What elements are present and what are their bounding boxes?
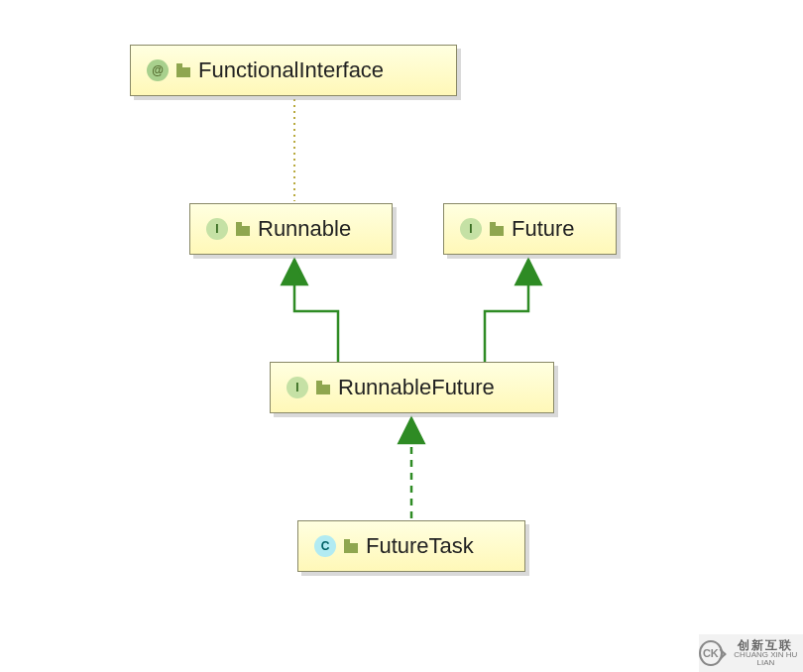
package-icon bbox=[490, 222, 504, 236]
svg-rect-7 bbox=[316, 381, 322, 385]
annotation-icon: @ bbox=[147, 59, 169, 81]
node-futuretask: C FutureTask bbox=[297, 520, 525, 572]
watermark-logo-text: CK bbox=[703, 647, 719, 659]
svg-rect-9 bbox=[344, 539, 350, 543]
node-label: FunctionalInterface bbox=[198, 57, 384, 83]
interface-icon: I bbox=[206, 218, 228, 240]
package-icon bbox=[316, 381, 330, 394]
watermark: CK 创新互联 CHUANG XIN HU LIAN bbox=[699, 634, 803, 672]
node-runnablefuture: I RunnableFuture bbox=[270, 362, 554, 413]
package-icon bbox=[236, 222, 250, 236]
package-icon bbox=[176, 63, 190, 77]
svg-rect-3 bbox=[236, 222, 242, 226]
package-icon bbox=[344, 539, 358, 553]
diagram-canvas: @ FunctionalInterface I Runnable I Futur… bbox=[0, 0, 803, 672]
node-label: FutureTask bbox=[366, 533, 474, 559]
class-icon: C bbox=[314, 535, 336, 557]
interface-icon: I bbox=[287, 377, 308, 398]
node-functionalinterface: @ FunctionalInterface bbox=[130, 45, 457, 96]
svg-rect-5 bbox=[490, 222, 496, 226]
svg-rect-6 bbox=[316, 385, 330, 394]
watermark-text: 创新互联 CHUANG XIN HU LIAN bbox=[729, 639, 803, 667]
svg-rect-1 bbox=[176, 63, 182, 67]
svg-rect-4 bbox=[490, 226, 504, 236]
svg-rect-8 bbox=[344, 543, 358, 553]
edge-runnablefuture-runnable bbox=[294, 260, 338, 362]
node-label: Future bbox=[512, 216, 575, 242]
interface-icon: I bbox=[460, 218, 482, 240]
node-runnable: I Runnable bbox=[189, 203, 393, 255]
node-future: I Future bbox=[443, 203, 617, 255]
edge-runnablefuture-future bbox=[485, 260, 528, 362]
svg-rect-2 bbox=[236, 226, 250, 236]
svg-rect-0 bbox=[176, 67, 190, 77]
node-label: RunnableFuture bbox=[338, 375, 495, 400]
node-label: Runnable bbox=[258, 216, 351, 242]
watermark-subtitle: CHUANG XIN HU LIAN bbox=[734, 650, 797, 667]
watermark-logo-icon: CK bbox=[699, 640, 723, 666]
